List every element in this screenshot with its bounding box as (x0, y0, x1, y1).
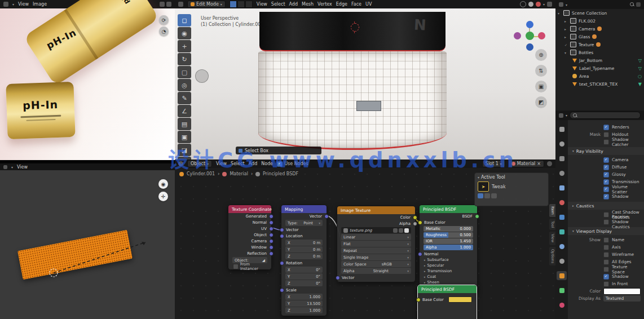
glossy-checkbox[interactable] (603, 172, 609, 178)
projection-dropdown[interactable]: Flat▾ (341, 241, 411, 247)
mapping-type-dropdown[interactable]: Type:Point▾ (285, 220, 323, 226)
overlay-button[interactable]: ✛ (158, 192, 168, 201)
show-wireframe-checkbox[interactable] (603, 252, 609, 258)
rotate-tool[interactable]: ↻ (178, 53, 191, 65)
zoom-button[interactable]: ⊕ (535, 49, 547, 61)
display-toggle-icon[interactable] (484, 193, 490, 198)
extrude-tool[interactable]: ▤ (178, 118, 191, 130)
color-space-dropdown[interactable]: Color SpacesRGB▾ (341, 261, 411, 267)
menu-add[interactable]: Add (289, 2, 298, 7)
menu-view[interactable]: View (216, 161, 227, 166)
shader-editor-type-icon[interactable] (178, 161, 183, 166)
outliner-row[interactable]: Label_Typename▽ (555, 64, 644, 72)
socket-uv[interactable] (269, 227, 274, 231)
cylinder-wireframe-mesh[interactable] (258, 51, 447, 150)
menu-vertex[interactable]: Vertex (317, 2, 332, 7)
node-header[interactable]: Mapping (281, 205, 327, 213)
show-in-front-checkbox[interactable] (603, 281, 609, 287)
from-instancer-checkbox[interactable] (233, 264, 239, 269)
socket-camera[interactable] (269, 239, 274, 243)
location-z-field[interactable]: Z0 m (285, 253, 323, 259)
tab-tool[interactable] (557, 125, 567, 134)
socket-base-color[interactable] (416, 298, 421, 302)
socket-object[interactable] (269, 233, 274, 237)
select-mode-buttons[interactable] (230, 1, 253, 8)
menu-view[interactable]: View (257, 2, 267, 7)
scale-y-field[interactable]: Y13.500 (285, 300, 323, 307)
search-icon[interactable] (630, 2, 634, 6)
move-tool[interactable]: + (178, 40, 191, 52)
image-options-icon[interactable] (166, 2, 171, 7)
socket-reflection[interactable] (269, 251, 274, 256)
node-texture-coordinate[interactable]: Texture Coordinate Generated Normal UV O… (228, 205, 272, 270)
diffuse-checkbox[interactable] (603, 165, 609, 170)
interpolation-dropdown[interactable]: Linear▾ (341, 234, 411, 240)
overlay-button[interactable]: ◔ (159, 26, 169, 36)
camera-checkbox[interactable] (603, 157, 609, 163)
node-header[interactable]: Principled BSDF (418, 285, 477, 293)
from-instancer-row[interactable]: From Instancer (228, 264, 271, 269)
object-color-swatch[interactable] (603, 288, 641, 295)
shader-type-dropdown[interactable]: Object▾ (187, 160, 212, 167)
transform-tool[interactable]: ◎ (178, 79, 191, 91)
wireframe-shading-icon[interactable] (520, 1, 526, 7)
tab-world[interactable] (557, 198, 567, 207)
overlay-button[interactable]: ◉ (158, 179, 168, 189)
navigation-gizmo[interactable] (514, 21, 545, 52)
new-image-icon[interactable] (399, 228, 403, 233)
gizmo-neg-z-ball[interactable] (526, 43, 533, 51)
selected-face[interactable] (356, 101, 381, 111)
outliner-row[interactable]: ▸Camera (555, 25, 644, 33)
pin-icon[interactable] (547, 161, 552, 166)
gizmo-center-ball[interactable] (526, 32, 534, 40)
mode-selector[interactable]: Edit Mode ▾ (187, 1, 226, 8)
menu-mesh[interactable]: Mesh (302, 2, 314, 7)
outliner-row[interactable]: text_STICKER_TEX▼ (555, 80, 644, 88)
node-principled-bsdf[interactable]: Principled BSDF BSDF Base Color Metallic… (419, 205, 478, 293)
node-header[interactable]: Texture Coordinate (228, 205, 271, 213)
socket-normal[interactable] (269, 220, 274, 225)
socket-window[interactable] (269, 245, 274, 250)
socket-scale[interactable] (280, 288, 284, 293)
menu-edge[interactable]: Edge (336, 2, 347, 7)
transmission-checkbox[interactable] (603, 179, 609, 185)
light-gizmo[interactable] (195, 69, 209, 83)
bevel-tool[interactable]: ◪ (178, 144, 191, 156)
annotate-tool[interactable]: ✎ (178, 92, 191, 104)
image-editor-type-icon[interactable] (3, 2, 8, 7)
tab-particles[interactable] (557, 242, 567, 251)
overlays-icon[interactable] (547, 2, 552, 7)
location-x-field[interactable]: X0 m (285, 240, 323, 246)
rotation-x-field[interactable]: X0° (285, 267, 323, 273)
shadow-catcher-checkbox[interactable] (603, 139, 609, 145)
gizmo-z-ball[interactable] (526, 21, 533, 28)
operator-panel[interactable]: Select Box (236, 147, 321, 154)
volume-scatter-checkbox[interactable] (603, 187, 609, 192)
pan-button[interactable]: ⇅ (535, 65, 547, 77)
socket-color-out[interactable] (413, 215, 417, 220)
scale-z-field[interactable]: Z1.000 (285, 307, 323, 313)
node-header[interactable]: Principled BSDF (420, 205, 477, 213)
socket-rotation[interactable] (280, 261, 284, 265)
panel-specular[interactable]: ▸Specular (420, 263, 477, 268)
cylinder-label-mesh[interactable]: N (259, 12, 445, 51)
sidebar-panel-title[interactable]: Active Tool (481, 175, 505, 180)
scale-x-field[interactable]: X1.000 (285, 294, 323, 300)
menu-view[interactable]: View (18, 2, 29, 7)
show-all-edges-checkbox[interactable] (603, 259, 609, 265)
shadow-checkbox[interactable] (603, 194, 609, 200)
tab-physics[interactable] (557, 256, 567, 265)
menu-select[interactable]: Select (231, 161, 245, 166)
socket-bsdf-out[interactable] (475, 214, 479, 219)
socket-vector-in[interactable] (336, 276, 340, 280)
cast-caustics-checkbox[interactable] (603, 212, 609, 218)
rendered-shading-icon[interactable] (536, 2, 541, 7)
panel-transmission[interactable]: ▸Transmission (420, 268, 477, 274)
properties-type-icon[interactable] (559, 113, 563, 118)
face-select-icon[interactable] (245, 1, 253, 8)
tab-material[interactable] (557, 300, 567, 309)
image-tool-icon[interactable] (160, 2, 165, 7)
edge-select-icon[interactable] (237, 1, 245, 8)
cursor-tool[interactable]: ◉ (178, 27, 191, 39)
unlink-image-icon[interactable] (404, 228, 409, 233)
